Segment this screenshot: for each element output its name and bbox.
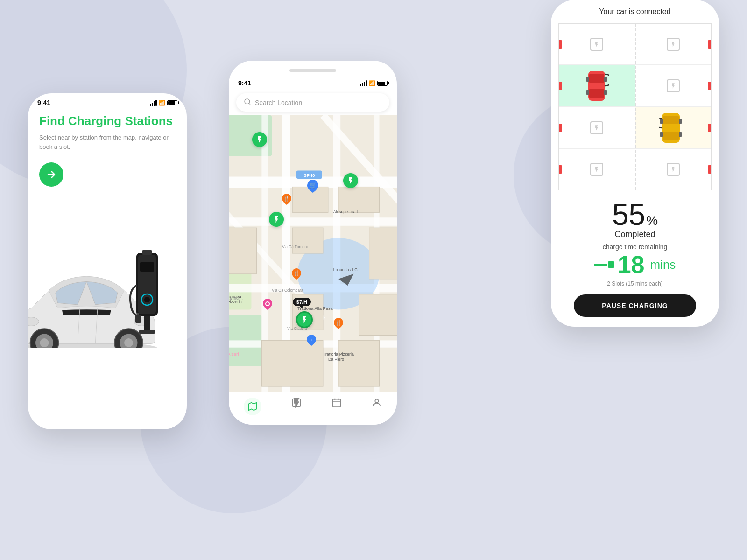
car-connected-title: Your car is connected (551, 0, 719, 23)
charger-slot-icon-1 (593, 41, 600, 48)
charge-time-row: 18 mins (558, 252, 712, 277)
food-marker-svg-3: 🍴 (333, 317, 344, 330)
signal-bars-2 (360, 80, 367, 86)
status-icons-2: 📶 (360, 80, 388, 86)
battery-icon-2 (377, 81, 388, 86)
red-tag-4 (708, 82, 711, 90)
red-tag-7 (559, 165, 562, 174)
svg-rect-43 (229, 228, 256, 274)
dashed-divider (635, 24, 636, 190)
red-tag-1 (559, 40, 562, 49)
pause-charging-button[interactable]: PAUSE CHARGING (574, 294, 696, 317)
map-area: SP40 Via Indi... Via Cà Fornoni (229, 115, 397, 392)
shop-marker: 🛒 (306, 179, 319, 196)
status-icons-1: 📶 (150, 100, 177, 106)
ev-charger-image (126, 230, 168, 343)
food-marker-2: 🍴 (291, 267, 302, 282)
parking-cell-2 (635, 24, 712, 65)
food-marker-svg-2: 🍴 (291, 267, 302, 280)
svg-rect-86 (679, 119, 682, 124)
svg-rect-87 (660, 132, 663, 137)
food-marker-1: 🍴 (281, 193, 292, 208)
map-svg: SP40 Via Indi... Via Cà Fornoni (229, 115, 397, 392)
blue-marker-svg: i (306, 334, 317, 347)
charger-slot-7 (590, 163, 603, 176)
svg-rect-18 (135, 315, 141, 323)
svg-rect-79 (604, 77, 607, 82)
red-tag-8 (708, 165, 711, 174)
calendar-nav-icon (331, 398, 342, 408)
svg-rect-85 (660, 119, 663, 124)
find-subtitle: Select near by station from the map. nav… (39, 133, 176, 151)
svg-rect-88 (679, 132, 682, 137)
slots-info: 2 Slots (15 mins each) (558, 280, 712, 287)
charger-slot-icon-2 (670, 41, 677, 48)
signal-bar-2 (152, 103, 153, 106)
charge-percent-value: 55 (612, 200, 645, 230)
arrow-right-icon (46, 169, 57, 180)
map-nav-icon (247, 401, 258, 412)
charger-slot-icon-8 (670, 166, 677, 173)
charger-slot-8 (667, 163, 680, 176)
ev-icon-2 (346, 176, 355, 185)
svg-point-17 (144, 297, 150, 302)
charger-slot-icon-5 (593, 125, 600, 131)
food-marker-3: 🍴 (333, 317, 344, 332)
charger-slot-1 (590, 38, 603, 51)
cable-icon (594, 261, 614, 268)
ev-icon-1 (255, 135, 264, 144)
status-bar-1: 9:41 📶 (28, 93, 187, 109)
nav-profile[interactable] (372, 398, 382, 415)
svg-rect-41 (338, 187, 380, 212)
svg-rect-15 (140, 262, 154, 272)
completed-label: Completed (558, 230, 712, 239)
ev-marker-1[interactable] (252, 132, 267, 147)
search-placeholder: Search Location (255, 99, 302, 106)
charge-stats: 55 % Completed charge time remaining 18 … (551, 190, 719, 322)
cable-plug (608, 261, 614, 268)
charge-time-label: charge time remaining (558, 243, 712, 251)
svg-rect-46 (338, 340, 380, 386)
phone-1-image-area (28, 199, 187, 348)
svg-point-21 (245, 99, 250, 104)
nav-charging[interactable] (291, 398, 302, 415)
charger-slot-icon-7 (593, 166, 600, 173)
nav-map[interactable] (244, 398, 261, 415)
phone-1-content: Find Charging Stations Select near by st… (28, 109, 187, 199)
ev-icon-selected (300, 315, 309, 324)
svg-text:Da Piero: Da Piero (328, 357, 344, 362)
ev-marker-2[interactable] (343, 173, 358, 188)
nav-calendar[interactable] (331, 398, 342, 415)
signal-bar-4 (155, 100, 157, 106)
profile-nav-icon (372, 398, 382, 408)
charger-slot-2 (667, 38, 680, 51)
svg-text:el Altieri: el Altieri (229, 351, 239, 357)
red-tag-5 (559, 124, 562, 132)
charger-svg (126, 230, 168, 342)
signal-bar-8 (366, 80, 367, 86)
phone-2-top (229, 61, 397, 74)
find-title: Find Charging Stations (39, 114, 176, 128)
svg-point-74 (375, 399, 378, 403)
pink-pin (262, 298, 273, 313)
svg-marker-68 (249, 403, 257, 411)
charger-slot-4 (667, 79, 680, 92)
charger-slot-icon-4 (670, 83, 677, 89)
parking-cell-8 (635, 149, 712, 190)
arrow-button[interactable] (39, 162, 63, 187)
svg-text:i: i (311, 338, 312, 342)
percent-display: 55 % (558, 200, 712, 230)
blue-marker: i (306, 334, 317, 349)
svg-text:🍴: 🍴 (293, 270, 300, 276)
svg-rect-84 (663, 132, 679, 140)
battery-icon-1 (167, 100, 177, 105)
red-tag-3 (559, 82, 562, 90)
parking-cell-5 (559, 107, 635, 149)
ev-icon-3 (272, 215, 281, 224)
bottom-nav (229, 392, 397, 425)
wifi-icon-1: 📶 (159, 100, 165, 106)
svg-text:Trattoria Pizzeria: Trattoria Pizzeria (323, 352, 354, 357)
parking-cell-1 (559, 24, 635, 65)
search-bar[interactable]: Search Location (236, 93, 389, 112)
parking-cell-4 (635, 65, 712, 107)
